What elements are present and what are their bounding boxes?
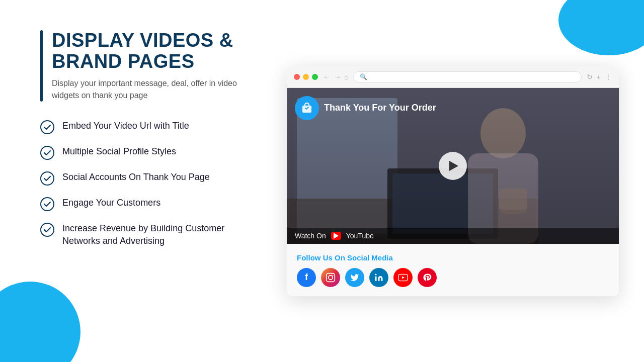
- yt-play-icon: [334, 233, 339, 239]
- check-icon: [40, 197, 54, 211]
- refresh-icon[interactable]: ↻: [587, 73, 593, 81]
- thank-you-text: Thank You For Your Order: [324, 103, 436, 113]
- check-icon: [40, 223, 54, 237]
- check-icon: [40, 146, 54, 160]
- feature-text: Embed Your Video Url with Title: [62, 120, 189, 132]
- watch-on-label: Watch On: [295, 232, 326, 240]
- svg-point-1: [41, 146, 54, 159]
- dot-green[interactable]: [312, 74, 318, 80]
- plus-icon[interactable]: +: [597, 73, 601, 81]
- youtube-logo-icon: [331, 232, 341, 240]
- play-triangle-icon: [449, 161, 458, 171]
- browser-dots: [294, 74, 318, 80]
- svg-point-3: [41, 198, 54, 211]
- facebook-icon[interactable]: f: [297, 268, 316, 287]
- linkedin-icon[interactable]: [369, 268, 388, 287]
- list-item: Embed Your Video Url with Title: [40, 120, 247, 134]
- check-icon: [40, 171, 54, 186]
- svg-point-4: [41, 223, 54, 236]
- svg-point-0: [41, 121, 54, 134]
- address-bar[interactable]: 🔍: [353, 71, 581, 82]
- svg-rect-16: [327, 273, 335, 282]
- header-block: DISPLAY VIDEOS & BRAND PAGES Display you…: [40, 30, 247, 102]
- search-icon: 🔍: [360, 73, 367, 80]
- home-icon[interactable]: ⌂: [344, 73, 348, 81]
- watch-bar: Watch On YouTube: [287, 228, 619, 244]
- feature-text: Multiple Social Profile Styles: [62, 145, 176, 158]
- shop-icon-circle: [295, 96, 319, 120]
- svg-point-18: [333, 275, 334, 276]
- svg-point-2: [41, 172, 54, 185]
- youtube-icon[interactable]: [393, 268, 413, 287]
- svg-point-19: [375, 274, 377, 275]
- vertical-bar: [40, 30, 43, 102]
- list-item: Engage Your Customers: [40, 197, 247, 211]
- left-panel: DISPLAY VIDEOS & BRAND PAGES Display you…: [0, 0, 272, 362]
- right-panel: ← → ⌂ 🔍 ↻ + ⋮: [272, 0, 644, 362]
- page-subtitle: Display your important message, deal, of…: [52, 77, 247, 102]
- thank-you-banner: Thank You For Your Order: [295, 96, 436, 120]
- list-item: Social Accounts On Thank You Page: [40, 171, 247, 186]
- social-icons-row: f: [297, 268, 609, 287]
- feature-text: Engage Your Customers: [62, 197, 160, 209]
- dot-red[interactable]: [294, 74, 300, 80]
- feature-text: Social Accounts On Thank You Page: [62, 171, 210, 184]
- browser-chrome: ← → ⌂ 🔍 ↻ + ⋮: [287, 66, 619, 88]
- feature-text: Increase Revenue by Building Customer Ne…: [62, 222, 247, 247]
- grid-icon[interactable]: ⋮: [605, 73, 612, 81]
- browser-window: ← → ⌂ 🔍 ↻ + ⋮: [287, 66, 619, 296]
- twitter-icon[interactable]: [345, 268, 364, 287]
- dot-yellow[interactable]: [303, 74, 309, 80]
- back-arrow-icon[interactable]: ←: [323, 72, 331, 81]
- forward-arrow-icon[interactable]: →: [334, 72, 341, 81]
- follow-text: Follow Us On Social Media: [297, 253, 609, 262]
- play-button[interactable]: [439, 152, 467, 180]
- youtube-label: YouTube: [346, 232, 374, 240]
- browser-nav: ← → ⌂: [323, 72, 348, 81]
- page-title: DISPLAY VIDEOS & BRAND PAGES: [52, 30, 247, 72]
- pinterest-icon[interactable]: [418, 268, 437, 287]
- list-item: Multiple Social Profile Styles: [40, 145, 247, 160]
- header-text: DISPLAY VIDEOS & BRAND PAGES Display you…: [52, 30, 247, 102]
- instagram-icon[interactable]: [321, 268, 340, 287]
- svg-point-17: [329, 275, 333, 279]
- shopping-bag-icon: [300, 102, 313, 115]
- social-section: Follow Us On Social Media f: [287, 244, 619, 296]
- video-section: Thank You For Your Order Watch On YouTub…: [287, 88, 619, 244]
- svg-marker-20: [402, 276, 405, 279]
- features-list: Embed Your Video Url with Title Multiple…: [40, 120, 247, 247]
- list-item: Increase Revenue by Building Customer Ne…: [40, 222, 247, 247]
- browser-actions: ↻ + ⋮: [587, 73, 612, 81]
- check-icon: [40, 120, 54, 134]
